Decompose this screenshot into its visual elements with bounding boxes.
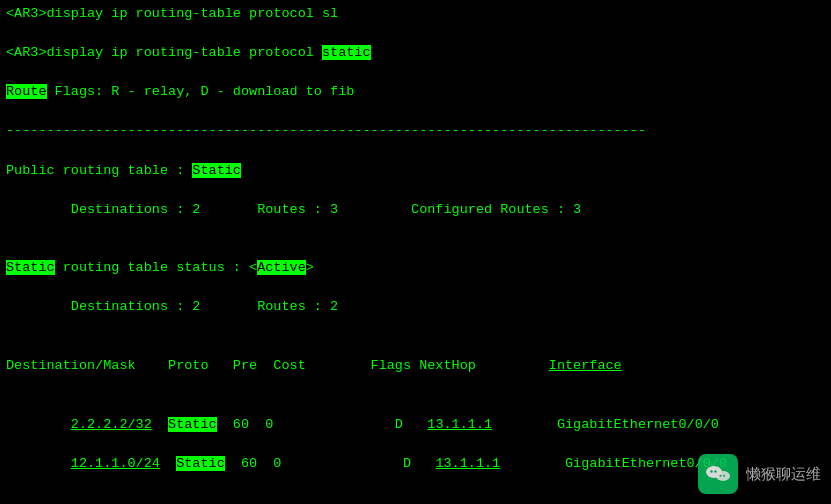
- terminal-line: Destinations : 2 Routes : 3 Configured R…: [6, 200, 825, 220]
- terminal-text: Static: [176, 456, 225, 471]
- terminal-text: [492, 417, 557, 432]
- svg-point-5: [723, 475, 725, 477]
- terminal-screen: <AR3>display ip routing-table protocol s…: [0, 0, 831, 504]
- terminal-text: GigabitEthernet0/0/0: [557, 417, 719, 432]
- terminal-text: <AR3>display ip routing-table protocol: [6, 45, 322, 60]
- terminal-text: [6, 417, 71, 432]
- terminal-line: Static routing table status : <Active>: [6, 258, 825, 278]
- watermark: 懒猴聊运维: [698, 454, 821, 494]
- terminal-text: Static: [6, 260, 55, 275]
- terminal-text: >: [306, 260, 314, 275]
- terminal-line: <AR3>display ip routing-table protocol s…: [6, 43, 825, 63]
- terminal-text: 13.1.1.1: [435, 456, 500, 471]
- terminal-text: Destination/Mask Proto Pre Cost Flags Ne…: [6, 358, 549, 373]
- svg-point-3: [716, 471, 730, 481]
- terminal-text: 60 0 D: [225, 456, 436, 471]
- terminal-line: Public routing table : Static: [6, 161, 825, 181]
- terminal-text: static: [322, 45, 371, 60]
- terminal-text: Destinations : 2 Routes : 2: [6, 299, 338, 314]
- terminal-text: Public routing table :: [6, 163, 192, 178]
- terminal-text: Flags: R - relay, D - download to fib: [47, 84, 355, 99]
- terminal-text: Active: [257, 260, 306, 275]
- terminal-line: Route Flags: R - relay, D - download to …: [6, 82, 825, 102]
- terminal-text: 12.1.1.0/24: [71, 456, 160, 471]
- svg-point-1: [710, 470, 712, 472]
- terminal-line: Destination/Mask Proto Pre Cost Flags Ne…: [6, 356, 825, 376]
- watermark-text: 懒猴聊运维: [746, 463, 821, 485]
- terminal-line: 2.2.2.2/32 Static 60 0 D 13.1.1.1 Gigabi…: [6, 415, 825, 435]
- terminal-text: Interface: [549, 358, 622, 373]
- terminal-line: ----------------------------------------…: [6, 121, 825, 141]
- terminal-line: <AR3>display ip routing-table protocol s…: [6, 4, 825, 24]
- svg-point-2: [714, 470, 716, 472]
- terminal-text: 13.1.1.1: [427, 417, 492, 432]
- terminal-line: Destinations : 2 Routes : 2: [6, 297, 825, 317]
- terminal-text: <AR3>display ip routing-table protocol s…: [6, 6, 338, 21]
- wechat-icon: [698, 454, 738, 494]
- terminal-text: Destinations : 2 Routes : 3 Configured R…: [6, 202, 581, 217]
- terminal-text: Route: [6, 84, 47, 99]
- terminal-text: [152, 417, 168, 432]
- terminal-text: [500, 456, 565, 471]
- terminal-text: Static: [192, 163, 241, 178]
- terminal-text: [160, 456, 176, 471]
- terminal-text: 2.2.2.2/32: [71, 417, 152, 432]
- svg-point-4: [720, 475, 722, 477]
- terminal-text: routing table status : <: [55, 260, 258, 275]
- terminal-text: Static: [168, 417, 217, 432]
- terminal-text: ----------------------------------------…: [6, 123, 646, 138]
- terminal-text: [6, 456, 71, 471]
- terminal-text: 60 0 D: [217, 417, 428, 432]
